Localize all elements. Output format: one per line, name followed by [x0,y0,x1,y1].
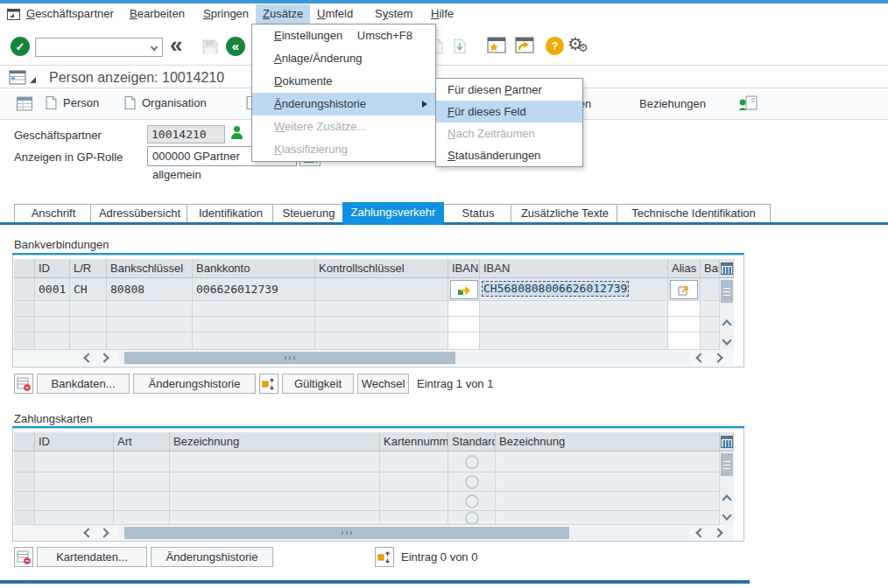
column-header[interactable]: IBAN [448,259,480,278]
column-header[interactable]: ID [35,432,114,452]
cards-transfer-button[interactable] [375,547,394,567]
tab-identifikation[interactable]: Identifikation [187,204,275,224]
table-cell[interactable] [480,301,668,317]
table-cell[interactable] [380,511,448,525]
table-cell[interactable]: 0001 [35,278,70,301]
scroll-up-button[interactable] [720,492,734,508]
column-header[interactable]: Bezeichnung [170,432,380,452]
iban-value-selected[interactable]: CH5680808006626012739 [482,281,629,297]
table-cell[interactable] [315,332,448,350]
menu-hilfe[interactable]: Hilfe [424,4,461,24]
table-cell[interactable] [315,278,448,301]
column-header[interactable]: Bezeichnung [496,432,720,452]
scrollbar-track[interactable] [119,527,690,539]
column-header[interactable]: Bankschlüssel [107,259,193,278]
partner-switch-icon[interactable] [738,94,758,112]
scroll-right-button[interactable] [96,350,112,366]
menuitem-statusaenderungen[interactable]: Statusänderungen [436,144,582,166]
table-cell[interactable] [668,301,701,317]
table-cell[interactable] [193,301,315,317]
scroll-left-button[interactable] [81,525,96,541]
scroll-down-button[interactable] [720,508,734,523]
scroll-right-button[interactable] [709,350,727,366]
row-selector[interactable] [14,332,35,350]
table-cell[interactable] [668,317,701,332]
wechsel-button[interactable]: Wechsel [357,374,409,394]
scroll-down-button[interactable] [720,332,734,348]
menuitem-aenderungshistorie[interactable]: Änderungshistorie [252,93,435,116]
bankdaten-button[interactable]: Bankdaten... [37,374,130,394]
scroll-left-button[interactable] [692,350,709,366]
table-cell[interactable] [114,492,170,511]
standard-radio[interactable] [465,494,479,508]
command-field[interactable] [35,38,163,57]
scrollbar-thumb[interactable] [721,280,733,303]
table-cell[interactable] [496,452,720,472]
table-cell[interactable]: CH [70,278,107,301]
create-shortcut-icon[interactable] [515,37,534,54]
table-cell[interactable] [193,317,315,332]
menuitem-fuer-diesen-partner[interactable]: Für diesen Partner [436,79,582,101]
tab-anschrift[interactable]: Anschrift [14,204,93,224]
table-cell[interactable] [193,332,315,350]
command-input[interactable] [38,40,150,56]
table-cell[interactable] [35,317,70,332]
tab-technische-identifikation[interactable]: Technische Identifikation [617,204,771,224]
table-cell[interactable] [170,492,380,511]
table-cell[interactable] [35,301,70,317]
table-cell[interactable] [668,332,701,350]
menuitem-anlage-aenderung[interactable]: Anlage/Änderung [252,47,435,70]
system-menu-icon[interactable] [7,9,20,20]
column-header[interactable]: Kontrollschlüssel [315,259,448,278]
table-cell[interactable] [480,332,668,350]
column-header[interactable] [14,259,35,278]
table-cell[interactable] [448,317,480,332]
table-cell[interactable] [107,332,193,350]
table-cell[interactable] [35,492,114,511]
table-cell[interactable] [35,452,114,472]
menu-system[interactable]: System [368,4,419,24]
table-cell[interactable] [107,301,193,317]
tab-zahlungsverkehr[interactable]: Zahlungsverkehr [342,202,444,225]
beziehungen-button[interactable]: Beziehungen [639,97,706,110]
column-header[interactable]: Art [114,432,170,452]
table-cell[interactable] [496,511,720,525]
column-header[interactable]: Bank [701,259,720,278]
menuitem-dokumente[interactable]: Dokumente [252,70,435,93]
standard-radio[interactable] [465,455,479,469]
delete-bank-row-button[interactable] [14,374,33,394]
person-view-button[interactable]: Person [46,95,99,110]
tab-adressuebersicht[interactable]: Adressübersicht [90,204,189,224]
table-cell[interactable] [496,472,720,492]
table-cell[interactable] [70,332,107,350]
row-selector[interactable] [14,278,35,301]
table-cell[interactable] [701,301,720,317]
tab-zusaetzliche-texte[interactable]: Zusätzliche Texte [511,204,619,224]
scroll-left-button[interactable] [692,525,709,541]
row-selector[interactable] [14,511,35,525]
table-cell[interactable] [114,472,170,492]
table-cell[interactable] [701,278,720,301]
gueltigkeit-button[interactable]: Gültigkeit [282,374,354,394]
column-header[interactable]: L/R [70,259,107,278]
help-button[interactable]: ? [546,37,564,55]
row-selector[interactable] [14,301,35,317]
column-header[interactable] [14,432,35,452]
enter-button[interactable]: ✓ [11,37,30,56]
save-icon[interactable] [202,39,218,54]
bank-transfer-button[interactable] [259,374,278,394]
table-cell[interactable] [70,301,107,317]
menu-zusaetze[interactable]: Zusätze [256,4,310,24]
table-cell[interactable] [70,317,107,332]
bank-vertical-scrollbar[interactable] [720,278,734,350]
screen-variant-icon[interactable] [9,70,26,85]
scrollbar-thumb[interactable] [124,527,569,539]
table-cell[interactable] [170,472,380,492]
table-cell[interactable] [480,317,668,332]
back-icon[interactable]: « [170,32,182,59]
table-cell[interactable] [448,301,480,317]
variant-dropdown-icon[interactable] [30,77,36,83]
menuitem-fuer-dieses-feld[interactable]: Für dieses Feld [436,101,582,122]
table-cell[interactable] [380,472,448,492]
table-cell[interactable] [114,511,170,525]
